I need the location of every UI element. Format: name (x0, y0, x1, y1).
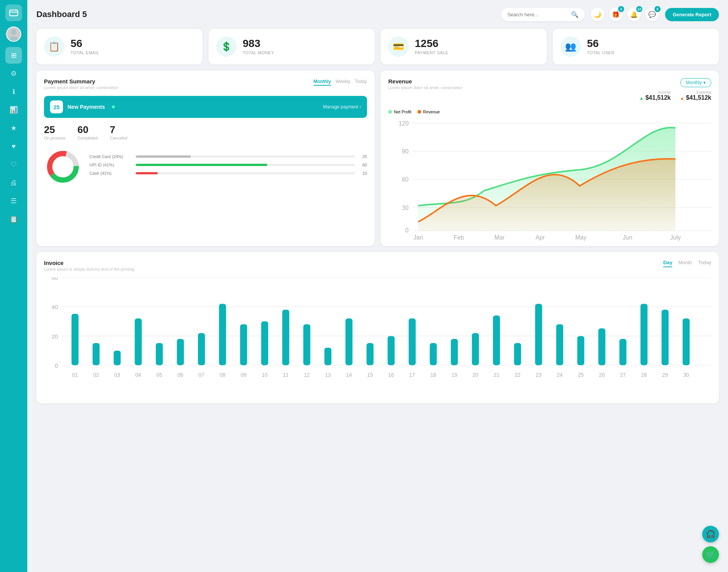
svg-text:20: 20 (52, 333, 58, 339)
bell-icon-btn[interactable]: 🔔 12 (627, 8, 641, 21)
revenue-header: Revenue Lorem ipsum dolor sit amet, cons… (388, 78, 711, 106)
svg-text:05: 05 (156, 372, 162, 378)
sidebar-item-heart2[interactable]: ♡ (5, 156, 22, 173)
user-avatar[interactable] (6, 27, 21, 42)
user-icon: 👥 (560, 36, 581, 57)
svg-rect-56 (598, 328, 606, 365)
svg-text:16: 16 (388, 372, 394, 378)
fab-headset[interactable]: 🎧 (702, 526, 719, 542)
income-value: $41,512k (645, 94, 671, 101)
tab-today[interactable]: Today (355, 78, 367, 86)
tab-weekly[interactable]: Weekly (336, 78, 350, 86)
fab-cart[interactable]: 🛒 (702, 546, 719, 563)
manage-payment-link[interactable]: Manage payment › (323, 104, 361, 110)
expense-label: Expense (680, 90, 711, 94)
svg-text:Apr: Apr (535, 234, 545, 241)
sidebar-item-settings[interactable]: ⚙ (5, 65, 22, 82)
net-profit-dot (388, 110, 392, 114)
revenue-monthly-btn[interactable]: Monthly ▾ (680, 78, 711, 87)
completed-number: 60 (77, 124, 97, 136)
svg-text:03: 03 (114, 372, 120, 378)
net-profit-label: Net Profit (394, 110, 411, 114)
on-process-stat: 25 On process (44, 124, 65, 140)
svg-text:0: 0 (55, 362, 58, 368)
svg-rect-36 (177, 339, 184, 365)
svg-text:Feb: Feb (454, 234, 464, 241)
svg-rect-33 (114, 351, 121, 365)
fab-wrap: 🎧 🛒 (702, 526, 719, 563)
payment-number: 1256 (415, 38, 449, 49)
progress-creditcard: Credit Card (24%) 25 (89, 154, 367, 159)
creditcard-value: 25 (359, 154, 367, 159)
sidebar-item-list[interactable]: 📋 (5, 211, 22, 227)
svg-rect-53 (535, 304, 542, 365)
search-input[interactable] (507, 12, 568, 17)
invoice-header: Invoice Lorem ipsum is simply dummy text… (44, 260, 711, 271)
payment-summary-card: Payment Summary Lorem ipsum dolor sit am… (36, 71, 375, 246)
svg-text:21: 21 (494, 372, 500, 378)
svg-rect-35 (156, 343, 163, 365)
stats-row: 📋 56 TOTAL EMAIL 💲 983 TOTAL MONEY 💳 125… (36, 29, 719, 64)
svg-text:30: 30 (402, 205, 409, 211)
progress-upi: UPI ID (41%) 60 (89, 163, 367, 167)
header: Dashboard 5 🔍 🌙 🎁 2 🔔 12 💬 5 Generate Re… (36, 8, 719, 21)
sidebar-item-dashboard[interactable]: ⊞ (5, 47, 22, 64)
legend-revenue: Revenue (417, 110, 440, 114)
svg-rect-37 (198, 333, 205, 365)
gift-icon-btn[interactable]: 🎁 2 (609, 8, 623, 21)
chat-icon-btn[interactable]: 💬 5 (645, 8, 659, 21)
sidebar-logo[interactable] (5, 5, 22, 21)
svg-point-1 (11, 29, 16, 34)
invoice-tab-today[interactable]: Today (698, 260, 711, 267)
completed-stat: 60 Completed (77, 124, 97, 140)
svg-text:Jan: Jan (413, 234, 423, 241)
donut-svg (44, 148, 82, 186)
svg-text:60: 60 (402, 176, 409, 183)
search-icon: 🔍 (571, 11, 579, 18)
svg-text:12: 12 (304, 372, 310, 378)
invoice-title: Invoice (44, 260, 134, 266)
money-icon: 💲 (216, 36, 237, 57)
new-payments-left: 25 New Payments (50, 100, 115, 113)
user-number: 56 (587, 38, 615, 49)
sidebar-item-star[interactable]: ★ (5, 120, 22, 136)
sidebar-item-chart[interactable]: 📊 (5, 102, 22, 118)
svg-rect-41 (282, 309, 289, 365)
invoice-tab-day[interactable]: Day (663, 260, 672, 267)
svg-text:08: 08 (220, 372, 226, 378)
svg-text:0: 0 (405, 227, 409, 234)
user-label: TOTAL USER (587, 50, 615, 55)
generate-report-button[interactable]: Generate Report (665, 8, 719, 21)
sidebar-item-print[interactable]: 🖨 (5, 174, 22, 191)
main-content: Dashboard 5 🔍 🌙 🎁 2 🔔 12 💬 5 Generate Re… (27, 0, 728, 572)
sidebar-item-heart[interactable]: ♥ (5, 138, 22, 155)
revenue-subtitle: Lorem ipsum dolor sit amet, consectetur (388, 85, 463, 90)
revenue-legend: Net Profit Revenue (388, 110, 711, 114)
search-box[interactable]: 🔍 (501, 8, 585, 21)
tab-monthly[interactable]: Monthly (314, 78, 331, 86)
svg-text:24: 24 (557, 372, 563, 378)
middle-row: Payment Summary Lorem ipsum dolor sit am… (36, 71, 719, 246)
cash-bar-fill (136, 172, 158, 174)
sidebar-item-info[interactable]: ℹ (5, 83, 22, 100)
svg-rect-44 (345, 318, 353, 365)
svg-text:90: 90 (402, 148, 409, 155)
svg-point-2 (9, 36, 18, 41)
svg-rect-0 (9, 10, 18, 16)
payment-label: PAYMENT SALE (415, 50, 449, 55)
svg-text:28: 28 (641, 372, 647, 378)
svg-text:25: 25 (578, 372, 584, 378)
new-payments-label: New Payments (67, 104, 105, 110)
sidebar-item-menu[interactable]: ☰ (5, 193, 22, 209)
svg-rect-49 (451, 339, 458, 365)
svg-rect-55 (577, 336, 584, 365)
invoice-tab-month[interactable]: Month (678, 260, 692, 267)
page-title: Dashboard 5 (36, 9, 495, 19)
header-icons: 🌙 🎁 2 🔔 12 💬 5 (591, 8, 659, 21)
new-payments-badge: 25 (50, 100, 63, 113)
svg-text:120: 120 (399, 120, 409, 127)
svg-rect-50 (472, 333, 479, 365)
theme-toggle[interactable]: 🌙 (591, 8, 604, 21)
chevron-down-icon: ▾ (703, 80, 706, 85)
new-payments-dot (112, 105, 115, 108)
